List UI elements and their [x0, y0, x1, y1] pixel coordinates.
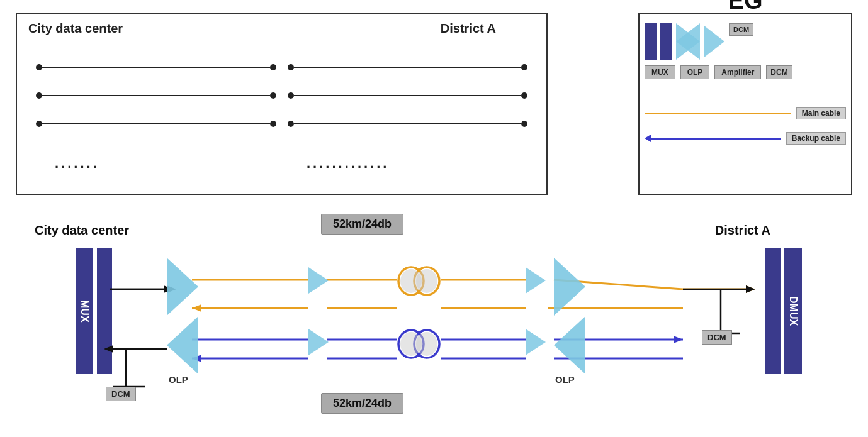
- olp-legend-label: OLP: [680, 65, 710, 79]
- dot: [270, 121, 276, 127]
- line-row-2: [36, 92, 527, 99]
- dot: [521, 64, 527, 70]
- olp-right-text: OLP: [555, 374, 575, 385]
- svg-marker-50: [554, 258, 585, 316]
- bottom-diagram: City data center District A 52km/24db 52…: [0, 207, 868, 437]
- legend-icons: DCM: [645, 23, 753, 60]
- diagram-svg: [0, 207, 868, 437]
- dot: [36, 64, 42, 70]
- svg-marker-20: [674, 336, 683, 343]
- dcm-top-label: DCM: [729, 23, 753, 36]
- svg-marker-38: [308, 267, 329, 294]
- dots-left: .......: [55, 155, 99, 172]
- dcm-right: DCM: [702, 330, 732, 345]
- line: [42, 95, 270, 96]
- legend-labels: MUX OLP Amplifier DCM: [645, 65, 792, 79]
- dot: [270, 64, 276, 70]
- dot: [288, 64, 294, 70]
- olp-left: [167, 258, 198, 377]
- amplifier-legend-label: Amplifier: [714, 65, 761, 79]
- line: [294, 67, 522, 68]
- mux-legend-label: MUX: [645, 65, 675, 79]
- amp-right-bottom: [526, 329, 546, 358]
- dot: [36, 92, 42, 99]
- svg-marker-51: [554, 316, 585, 374]
- amplifier-icon: [704, 26, 724, 57]
- svg-marker-33: [746, 285, 755, 293]
- dots-right: .............: [307, 155, 389, 172]
- line: [294, 95, 522, 96]
- district-label-top: District A: [441, 21, 496, 36]
- svg-marker-36: [167, 258, 198, 316]
- eg-title: EG: [728, 0, 763, 14]
- svg-marker-48: [526, 267, 546, 294]
- line-row-3: [36, 121, 527, 127]
- line: [42, 67, 270, 68]
- coil-top: [395, 264, 442, 301]
- svg-marker-29: [104, 345, 113, 353]
- line-row-1: [36, 64, 527, 70]
- dot: [288, 121, 294, 127]
- blue-rect-2: [660, 23, 672, 60]
- amp-left-bottom: [308, 329, 329, 358]
- eg-legend-box: EG DCM MUX OLP Amplifier DCM: [638, 13, 852, 195]
- line: [42, 123, 270, 124]
- main-cable-line: [645, 113, 791, 114]
- dot: [36, 121, 42, 127]
- svg-point-43: [416, 269, 437, 293]
- dot: [521, 121, 527, 127]
- dot: [288, 92, 294, 99]
- top-left-diagram-box: City data center District A ....... ....…: [16, 13, 548, 195]
- backup-cable-row: Backup cable: [645, 132, 846, 145]
- city-label-top: City data center: [28, 21, 123, 36]
- arrow-left-icon: [645, 135, 651, 142]
- amp-right-top: [526, 267, 546, 296]
- olp-icon: [676, 23, 700, 60]
- blue-rect-1: [645, 23, 657, 60]
- dot: [270, 92, 276, 99]
- svg-marker-37: [167, 316, 198, 374]
- coil-bottom: [395, 327, 442, 364]
- backup-cable-line: [651, 138, 781, 140]
- backup-cable-label: Backup cable: [786, 132, 846, 145]
- amp-left-top: [308, 267, 329, 296]
- line: [294, 123, 522, 124]
- olp-right: [554, 258, 585, 377]
- olp-left-text: OLP: [169, 374, 188, 385]
- svg-marker-39: [308, 329, 329, 355]
- dot: [521, 92, 527, 99]
- svg-marker-2: [704, 26, 724, 57]
- main-cable-row: Main cable: [645, 107, 846, 119]
- dcm-left: DCM: [106, 387, 136, 401]
- svg-marker-49: [526, 329, 546, 355]
- main-cable-label: Main cable: [796, 107, 846, 119]
- dcm-legend-label: DCM: [766, 65, 792, 79]
- svg-point-47: [416, 332, 437, 356]
